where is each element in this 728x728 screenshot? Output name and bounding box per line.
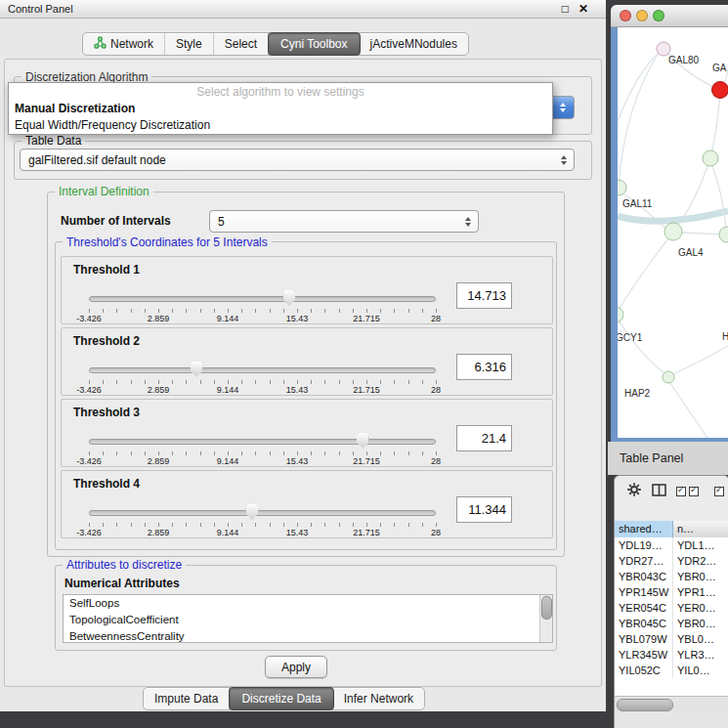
table-row[interactable]: YLR345WYLR3… [615, 647, 728, 663]
cell-name[interactable]: YBR0… [673, 569, 728, 584]
cell-name[interactable]: YBR0… [673, 616, 728, 631]
tab-style[interactable]: Style [165, 33, 214, 55]
threshold-slider[interactable] [89, 503, 436, 521]
combobox-arrows-button[interactable] [550, 96, 575, 119]
tab-cyni-toolbox[interactable]: Cyni Toolbox [268, 32, 360, 56]
close-window-icon[interactable]: ✕ [578, 0, 588, 19]
mac-close-button[interactable] [620, 10, 631, 21]
float-window-icon[interactable]: □ [562, 0, 569, 19]
columns-icon[interactable] [652, 483, 666, 500]
threshold-value-field[interactable]: 11.344 [456, 496, 512, 523]
network-node[interactable] [719, 227, 728, 242]
table-row[interactable]: YBL079WYBL0… [615, 631, 728, 647]
network-node[interactable] [663, 371, 674, 383]
threshold-value-field[interactable]: 14.713 [456, 282, 512, 309]
tab-network[interactable]: Network [83, 33, 165, 55]
attribute-item[interactable]: BetweennessCentrality [64, 628, 552, 643]
checkbox-icon [676, 487, 686, 496]
slider-thumb[interactable] [282, 290, 295, 306]
network-edge [712, 166, 726, 228]
scrollbar-thumb[interactable] [541, 596, 552, 620]
cell-shared-name[interactable]: YBR045C [615, 616, 673, 631]
threshold-value-field[interactable]: 21.4 [456, 425, 512, 451]
slider-thumb[interactable] [245, 504, 258, 520]
cell-name[interactable]: YBL0… [673, 631, 728, 647]
threshold-slider[interactable] [89, 361, 436, 378]
dropdown-placeholder-option[interactable]: Select algorithm to view settings [9, 83, 552, 101]
network-node[interactable] [618, 307, 623, 322]
table-row[interactable]: YDL19…YDL1… [615, 537, 728, 553]
table-data-combobox[interactable]: galFiltered.sif default node [20, 149, 575, 171]
cell-shared-name[interactable]: YDL19… [615, 537, 673, 553]
mac-minimize-button[interactable] [636, 10, 648, 21]
attributes-scrollbar[interactable] [539, 595, 552, 642]
thresholds-group-title: Threshold's Coordinates for 5 Intervals [63, 236, 272, 249]
column-header-name[interactable]: n… [673, 521, 728, 537]
attribute-item[interactable]: SelfLoops [64, 595, 552, 612]
cell-shared-name[interactable]: YER054C [615, 600, 673, 616]
arrow-down-icon [560, 108, 566, 112]
slider-scale-label: 28 [431, 528, 441, 537]
cell-shared-name[interactable]: YDR27… [615, 553, 673, 569]
slider-thumb[interactable] [191, 362, 203, 377]
slider-track[interactable] [89, 510, 436, 516]
table-row[interactable]: YER054CYER0… [615, 600, 728, 616]
slider-scale-label: 2.859 [148, 385, 170, 395]
network-node[interactable] [703, 150, 718, 166]
threshold-slider[interactable] [89, 432, 436, 450]
scrollbar-thumb[interactable] [617, 699, 673, 711]
control-panel-tabs: Network Style Select Cyni Toolbox jActiv… [82, 32, 469, 56]
tab-select[interactable]: Select [214, 33, 269, 55]
threshold-label: Threshold 3 [73, 406, 140, 419]
threshold-3-panel: Threshold 3 -3.4262.8599.14415.4321.7152… [61, 399, 553, 467]
numerical-attributes-list[interactable]: SelfLoopsTopologicalCoefficientBetweenne… [63, 594, 553, 643]
cell-shared-name[interactable]: YBR043C [615, 569, 673, 584]
checkbox-icon-clipped[interactable] [714, 487, 724, 496]
network-edge [618, 238, 668, 311]
slider-thumb[interactable] [357, 433, 369, 449]
slider-scale-labels: -3.4262.8599.14415.4321.71528 [89, 314, 436, 323]
table-row[interactable]: YIL052CYIL0… [615, 663, 728, 678]
cell-shared-name[interactable]: YLR345W [615, 647, 673, 663]
slider-track[interactable] [89, 439, 436, 445]
threshold-value-field[interactable]: 6.316 [456, 354, 512, 380]
tab-discretize-data[interactable]: Discretize Data [229, 687, 333, 710]
cell-name[interactable]: YDR2… [673, 553, 728, 569]
threshold-slider[interactable] [89, 289, 436, 307]
table-row[interactable]: YDR27…YDR2… [615, 553, 728, 569]
table-row[interactable]: YBR045CYBR0… [615, 616, 728, 631]
combobox-arrows-icon [465, 217, 471, 227]
cell-name[interactable]: YPR1… [673, 584, 728, 600]
cell-name[interactable]: YLR3… [673, 647, 728, 663]
slider-track[interactable] [89, 296, 436, 302]
slider-track[interactable] [89, 367, 436, 373]
cell-name[interactable]: YER0… [673, 600, 728, 616]
slider-ticks [89, 309, 436, 313]
cell-shared-name[interactable]: YBL079W [615, 631, 673, 647]
cell-name[interactable]: YIL0… [673, 663, 728, 678]
numerical-attributes-heading: Numerical Attributes [64, 577, 180, 590]
network-canvas[interactable]: GAL80GAGAL11GAL4GCY1HAP2H [618, 27, 728, 438]
select-columns-checkboxes-icon[interactable] [676, 487, 699, 496]
tab-jactivemnodules[interactable]: jActiveMNodules [360, 33, 468, 55]
cell-shared-name[interactable]: YIL052C [615, 663, 673, 678]
table-row[interactable]: YBR043CYBR0… [615, 569, 728, 584]
gear-icon[interactable] [626, 482, 642, 501]
column-header-shared-name[interactable]: shared… [615, 521, 673, 537]
network-node[interactable] [664, 223, 682, 240]
horizontal-scrollbar[interactable] [615, 696, 728, 712]
network-node[interactable] [618, 180, 626, 195]
tab-infer-network[interactable]: Infer Network [333, 688, 424, 709]
table-row[interactable]: YPR145WYPR1… [615, 584, 728, 600]
network-node[interactable] [657, 42, 670, 56]
dropdown-option-equal-width[interactable]: Equal Width/Frequency Discretization [9, 117, 552, 134]
apply-button[interactable]: Apply [265, 656, 327, 678]
cell-name[interactable]: YDL1… [673, 537, 728, 553]
mac-zoom-button[interactable] [653, 10, 664, 21]
tab-impute-data[interactable]: Impute Data [144, 688, 230, 709]
cell-shared-name[interactable]: YPR145W [615, 584, 673, 600]
number-of-intervals-combobox[interactable]: 5 [209, 210, 479, 233]
dropdown-option-manual-discretization[interactable]: Manual Discretization [9, 101, 552, 117]
network-node[interactable] [712, 82, 728, 99]
attribute-item[interactable]: TopologicalCoefficient [64, 612, 552, 628]
